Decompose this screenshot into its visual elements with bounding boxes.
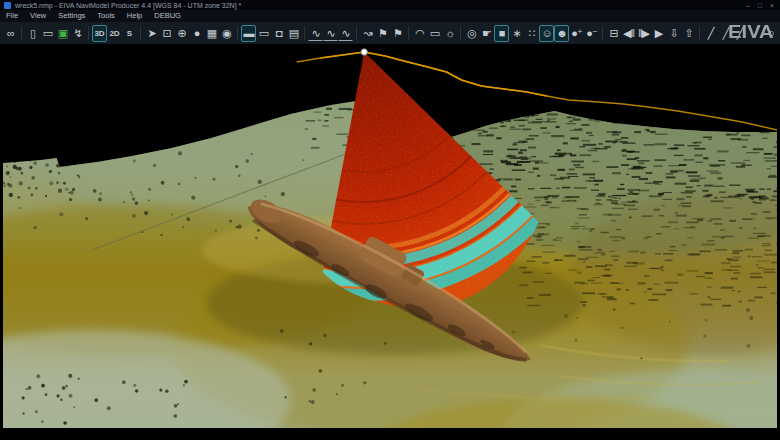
view-3d-button[interactable]: 3D	[92, 25, 107, 42]
globe-icon[interactable]: ◉	[219, 25, 234, 42]
link-icon[interactable]: ∞	[3, 25, 18, 42]
grid-icon[interactable]: ▦	[204, 25, 219, 42]
profile-icon-2[interactable]: ∿	[323, 26, 338, 41]
menu-view[interactable]: View	[24, 10, 52, 22]
point-add-icon[interactable]: ●⁺	[569, 25, 584, 42]
minimize-button[interactable]: –	[746, 2, 750, 9]
profile-icon-3[interactable]: ∿	[338, 26, 353, 41]
wireframe-sphere-icon[interactable]: ⊕	[174, 25, 189, 42]
rectangle-icon[interactable]: ▭	[427, 25, 442, 42]
menu-file[interactable]: File	[0, 10, 24, 22]
vehicle-marker	[361, 49, 367, 55]
arc-icon[interactable]: ◠	[412, 25, 427, 42]
menu-bar: FileViewSettingsToolsHelpDEBUG	[0, 10, 780, 22]
select-box-icon[interactable]: ⊡	[159, 25, 174, 42]
title-bar: wreck5.nmp - EIVA NaviModel Producer 4.4…	[0, 0, 780, 10]
palette-icon[interactable]: ◎	[464, 25, 479, 42]
toolbar-separator	[602, 26, 603, 40]
toolbar-separator	[237, 26, 238, 40]
app-icon	[4, 2, 11, 9]
toolbar-separator	[88, 26, 89, 40]
menu-debug[interactable]: DEBUG	[148, 10, 187, 22]
toolbar-separator	[408, 26, 409, 40]
menu-settings[interactable]: Settings	[52, 10, 91, 22]
save-icon[interactable]: ▣	[55, 25, 70, 42]
bottom-strip	[0, 428, 780, 440]
pointer-icon[interactable]: ➤	[144, 25, 159, 42]
download-icon[interactable]: ⇩	[666, 25, 681, 42]
brightness-icon[interactable]: ☼	[442, 25, 457, 42]
eiva-logo: EIVA	[728, 22, 774, 43]
waypoint-query-icon[interactable]: ⚑	[390, 25, 405, 42]
image-icon[interactable]: ▭	[256, 25, 271, 42]
play-icon[interactable]: ▶	[651, 25, 666, 42]
window-title: wreck5.nmp - EIVA NaviModel Producer 4.4…	[15, 2, 241, 9]
scene-3d[interactable]	[3, 45, 777, 428]
connect-icon[interactable]: ↯	[70, 25, 85, 42]
em-view-button[interactable]: ▬	[241, 25, 256, 42]
toolbar-separator	[460, 26, 461, 40]
toolbar: ∞▯▭▣↯3D2DS➤⊡⊕●▦◉▬▭◘▤∿∿∿↝⚑⚑◠▭☼◎☛■∗∷☺☻●⁺●⁻…	[0, 22, 780, 45]
smiley-invert-button[interactable]: ☻	[554, 25, 569, 42]
spray-icon[interactable]: ∗	[509, 25, 524, 42]
measure-line-icon[interactable]: ╱	[703, 25, 718, 42]
waypoint-icon[interactable]: ⚑	[375, 25, 390, 42]
toolbar-separator	[21, 26, 22, 40]
smiley-button[interactable]: ☺	[539, 25, 554, 42]
toolbar-separator	[699, 26, 700, 40]
close-button[interactable]: ×	[770, 2, 774, 9]
window-controls: –□×	[746, 2, 776, 9]
profile-icon-1[interactable]: ∿	[308, 26, 323, 41]
ruler-icon[interactable]: ▤	[286, 25, 301, 42]
route-icon[interactable]: ↝	[360, 25, 375, 42]
view-2d-button[interactable]: 2D	[107, 25, 122, 42]
paint-hand-icon[interactable]: ☛	[479, 25, 494, 42]
toolbar-separator	[140, 26, 141, 40]
menu-help[interactable]: Help	[121, 10, 148, 22]
maximize-button[interactable]: □	[758, 2, 762, 9]
new-file-icon[interactable]: ▯	[25, 25, 40, 42]
fill-square-button[interactable]: ■	[494, 25, 509, 42]
film-icon[interactable]: ⊟	[606, 25, 621, 42]
point-remove-icon[interactable]: ●⁻	[584, 25, 599, 42]
view-s-button[interactable]: S	[122, 25, 137, 42]
viewport-3d[interactable]	[0, 45, 780, 428]
toolbar-separator	[304, 26, 305, 40]
step-forward-icon[interactable]: ‖▶	[636, 25, 651, 42]
scatter-icon[interactable]: ∷	[524, 25, 539, 42]
open-folder-icon[interactable]: ▭	[40, 25, 55, 42]
toolbar-separator	[356, 26, 357, 40]
camera-icon[interactable]: ◘	[271, 25, 286, 42]
step-back-icon[interactable]: ◀‖	[621, 25, 636, 42]
sphere-icon[interactable]: ●	[189, 25, 204, 42]
upload-icon[interactable]: ⇧	[681, 25, 696, 42]
menu-tools[interactable]: Tools	[91, 10, 121, 22]
